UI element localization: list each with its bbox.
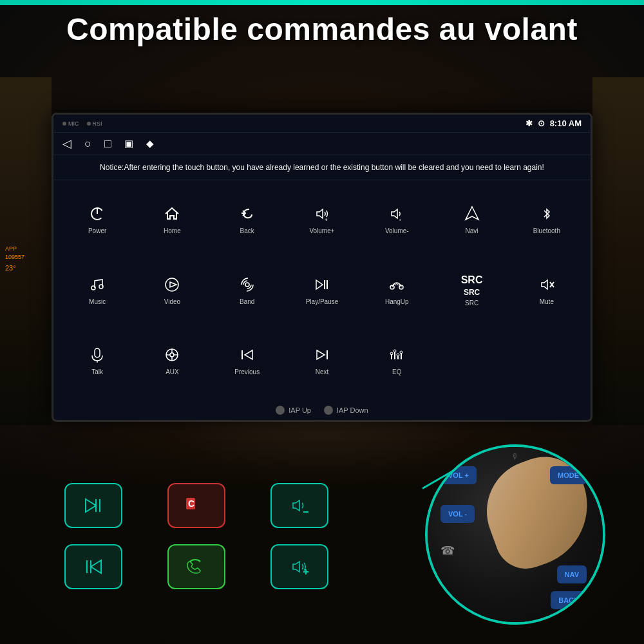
next-icon bbox=[314, 346, 330, 366]
nav-recent-icon[interactable]: □ bbox=[104, 137, 111, 151]
btn-band[interactable]: Band bbox=[210, 254, 285, 327]
video-icon bbox=[164, 276, 180, 296]
empty-2 bbox=[509, 327, 584, 395]
steering-wheel-circle: VOL + VOL - MODE NAV BACK ☎ 🎙 bbox=[425, 444, 605, 625]
eq-label: EQ bbox=[392, 368, 401, 375]
aux-label: AUX bbox=[166, 368, 179, 375]
btn-answer[interactable] bbox=[167, 544, 225, 589]
btn-mute[interactable]: Mute bbox=[509, 254, 584, 327]
btn-power[interactable]: Power bbox=[60, 185, 135, 254]
svg-rect-17 bbox=[95, 348, 100, 357]
hangup-icon bbox=[388, 276, 405, 296]
btn-eq[interactable]: EQ bbox=[359, 327, 434, 395]
btn-aux[interactable]: AUX bbox=[135, 327, 209, 395]
svg-text:C: C bbox=[188, 498, 194, 509]
svg-marker-26 bbox=[245, 350, 252, 359]
app-label: APP bbox=[5, 245, 24, 253]
btn-video[interactable]: Video bbox=[135, 254, 209, 327]
back-icon bbox=[239, 205, 256, 225]
band-icon bbox=[239, 276, 256, 296]
volume-minus-icon: - bbox=[388, 205, 405, 225]
btn-hangup-bottom[interactable]: C bbox=[167, 483, 225, 528]
nav-media-icon[interactable]: ▣ bbox=[124, 138, 133, 149]
btn-back[interactable]: Back bbox=[210, 185, 285, 254]
btn-volume-minus[interactable]: - Volume- bbox=[359, 185, 434, 254]
eq-icon bbox=[388, 346, 405, 366]
talk-icon bbox=[89, 346, 106, 366]
iap-up-dot bbox=[276, 406, 285, 415]
empty-1 bbox=[434, 327, 509, 395]
bluetooth-status-icon: ✱ bbox=[526, 118, 533, 128]
mic-indicator: MIC bbox=[62, 120, 79, 127]
btn-next-track-top[interactable] bbox=[64, 483, 122, 528]
nav-bar: ◁ ○ □ ▣ ◆ bbox=[53, 133, 591, 155]
iap-up-label: IAP Up bbox=[289, 406, 311, 414]
number-display: 109557 bbox=[5, 253, 24, 261]
iap-down-label: IAP Down bbox=[337, 406, 368, 414]
iap-up: IAP Up bbox=[276, 406, 311, 415]
src-label: SRC bbox=[465, 299, 478, 307]
volume-minus-label: Volume- bbox=[385, 227, 409, 234]
svg-text:+: + bbox=[325, 217, 328, 222]
svg-marker-38 bbox=[86, 499, 96, 512]
music-label: Music bbox=[89, 298, 106, 305]
svg-marker-28 bbox=[317, 350, 325, 359]
btn-src[interactable]: SRCSRC SRC bbox=[434, 254, 509, 327]
time-display: 8:10 AM bbox=[550, 118, 582, 128]
notice-text: Notice:After entering the touch button, … bbox=[53, 155, 591, 180]
svg-point-9 bbox=[245, 283, 249, 287]
bluetooth-label: Bluetooth bbox=[533, 227, 560, 234]
btn-vol-down[interactable] bbox=[270, 483, 328, 528]
status-bar: MIC RSI ✱ ⊙ 8:10 AM bbox=[53, 115, 591, 133]
location-status-icon: ⊙ bbox=[538, 118, 545, 128]
volume-plus-label: Volume+ bbox=[309, 227, 334, 234]
svg-marker-10 bbox=[316, 280, 323, 289]
svg-marker-8 bbox=[170, 282, 176, 287]
button-grid: Power Home bbox=[53, 180, 591, 401]
video-label: Video bbox=[164, 298, 180, 305]
btn-talk[interactable]: Talk bbox=[60, 327, 135, 395]
main-screen: MIC RSI ✱ ⊙ 8:10 AM ◁ ○ □ ▣ ◆ bbox=[52, 113, 592, 422]
svg-marker-4 bbox=[466, 207, 478, 220]
aux-icon bbox=[164, 346, 180, 366]
btn-volume-plus[interactable]: + Volume+ bbox=[285, 185, 359, 254]
iap-down-dot bbox=[324, 406, 333, 415]
page-title: Compatible commandes au volant bbox=[0, 12, 644, 47]
btn-prev-track-bottom[interactable] bbox=[64, 544, 122, 589]
play-pause-icon bbox=[314, 276, 330, 296]
svg-point-20 bbox=[170, 353, 174, 357]
btn-bluetooth[interactable]: Bluetooth bbox=[509, 185, 584, 254]
status-left: MIC RSI bbox=[62, 120, 102, 127]
btn-music[interactable]: Music bbox=[60, 254, 135, 327]
src-icon: SRCSRC bbox=[461, 274, 483, 297]
iap-down: IAP Down bbox=[324, 406, 368, 415]
bluetooth-icon bbox=[538, 205, 555, 225]
left-display: APP 109557 23° bbox=[5, 245, 24, 274]
previous-label: Previous bbox=[234, 368, 260, 375]
temp-display: 23° bbox=[5, 263, 24, 273]
nav-back-icon[interactable]: ◁ bbox=[62, 137, 71, 151]
power-label: Power bbox=[88, 227, 106, 234]
bottom-controls: C bbox=[64, 483, 335, 592]
talk-label: Talk bbox=[91, 368, 103, 375]
btn-hangup[interactable]: HangUp bbox=[359, 254, 434, 327]
mute-icon bbox=[538, 276, 555, 296]
music-icon bbox=[89, 276, 106, 296]
btn-next[interactable]: Next bbox=[285, 327, 359, 395]
screen-inner: MIC RSI ✱ ⊙ 8:10 AM ◁ ○ □ ▣ ◆ bbox=[53, 115, 591, 420]
btn-navi[interactable]: Navi bbox=[434, 185, 509, 254]
power-icon bbox=[89, 205, 106, 225]
play-pause-label: Play/Pause bbox=[306, 298, 339, 305]
btn-play-pause[interactable]: Play/Pause bbox=[285, 254, 359, 327]
previous-icon bbox=[239, 346, 256, 366]
dashboard-right bbox=[592, 77, 644, 425]
iap-row: IAP Up IAP Down bbox=[53, 401, 591, 420]
back-label: Back bbox=[240, 227, 254, 234]
svg-marker-44 bbox=[91, 560, 101, 573]
btn-previous[interactable]: Previous bbox=[210, 327, 285, 395]
nav-security-icon[interactable]: ◆ bbox=[146, 138, 154, 149]
nav-home-icon[interactable]: ○ bbox=[84, 137, 91, 151]
btn-home[interactable]: Home bbox=[135, 185, 209, 254]
btn-vol-up[interactable] bbox=[270, 544, 328, 589]
navi-icon bbox=[464, 205, 480, 225]
